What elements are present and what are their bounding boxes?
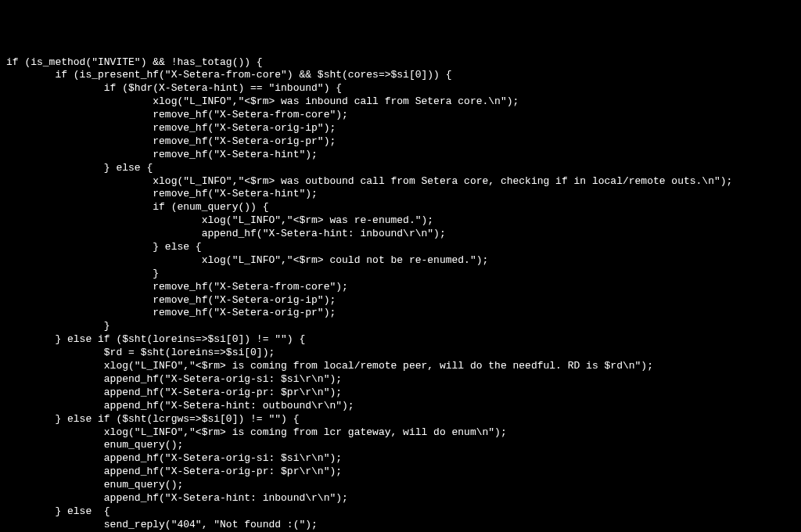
code-line: if (enum_query()) {: [6, 201, 795, 214]
code-line: if ($hdr(X-Setera-hint) == "inbound") {: [6, 82, 795, 95]
code-editor[interactable]: if (is_method("INVITE") && !has_totag())…: [6, 56, 795, 532]
code-line: xlog("L_INFO","<$rm> is coming from lcr …: [6, 426, 795, 440]
code-line: enum_query();: [6, 439, 795, 452]
code-line: xlog("L_INFO","<$rm> was inbound call fr…: [6, 95, 795, 109]
code-line: xlog("L_INFO","<$rm> is coming from loca…: [6, 360, 795, 373]
code-line: remove_hf("X-Setera-from-core");: [6, 109, 795, 122]
code-line: remove_hf("X-Setera-hint");: [6, 149, 795, 162]
code-line: xlog("L_INFO","<$rm> was re-enumed.");: [6, 214, 795, 228]
code-line: append_hf("X-Setera-orig-si: $si\r\n");: [6, 373, 795, 386]
code-line: if (is_method("INVITE") && !has_totag())…: [6, 56, 795, 70]
code-line: append_hf("X-Setera-hint: inbound\r\n");: [6, 492, 795, 505]
code-line: remove_hf("X-Setera-orig-pr");: [6, 307, 795, 320]
code-line: }: [6, 268, 795, 281]
code-line: xlog("L_INFO","<$rm> was outbound call f…: [6, 175, 795, 189]
code-line: append_hf("X-Setera-orig-pr: $pr\r\n");: [6, 386, 795, 400]
code-line: } else {: [6, 241, 795, 254]
code-line: remove_hf("X-Setera-hint");: [6, 188, 795, 201]
code-line: $rd = $sht(loreins=>$si[0]);: [6, 347, 795, 360]
code-line: } else {: [6, 162, 795, 175]
code-line: remove_hf("X-Setera-orig-ip");: [6, 122, 795, 135]
code-line: } else if ($sht(loreins=>$si[0]) != "") …: [6, 333, 795, 347]
code-line: xlog("L_INFO","<$rm> could not be re-enu…: [6, 254, 795, 268]
code-line: append_hf("X-Setera-hint: inbound\r\n");: [6, 228, 795, 241]
code-line: } else if ($sht(lcrgws=>$si[0]) != "") {: [6, 413, 795, 426]
code-line: append_hf("X-Setera-orig-pr: $pr\r\n");: [6, 466, 795, 479]
code-line: append_hf("X-Setera-hint: outbound\r\n")…: [6, 400, 795, 413]
code-line: send_reply("404", "Not foundd :(");: [6, 519, 795, 532]
code-line: append_hf("X-Setera-orig-si: $si\r\n");: [6, 452, 795, 466]
code-line: remove_hf("X-Setera-from-core");: [6, 281, 795, 294]
code-line: }: [6, 320, 795, 333]
code-line: if (is_present_hf("X-Setera-from-core") …: [6, 69, 795, 82]
code-line: enum_query();: [6, 479, 795, 492]
code-line: remove_hf("X-Setera-orig-pr");: [6, 135, 795, 149]
code-line: } else {: [6, 505, 795, 519]
code-line: remove_hf("X-Setera-orig-ip");: [6, 294, 795, 307]
